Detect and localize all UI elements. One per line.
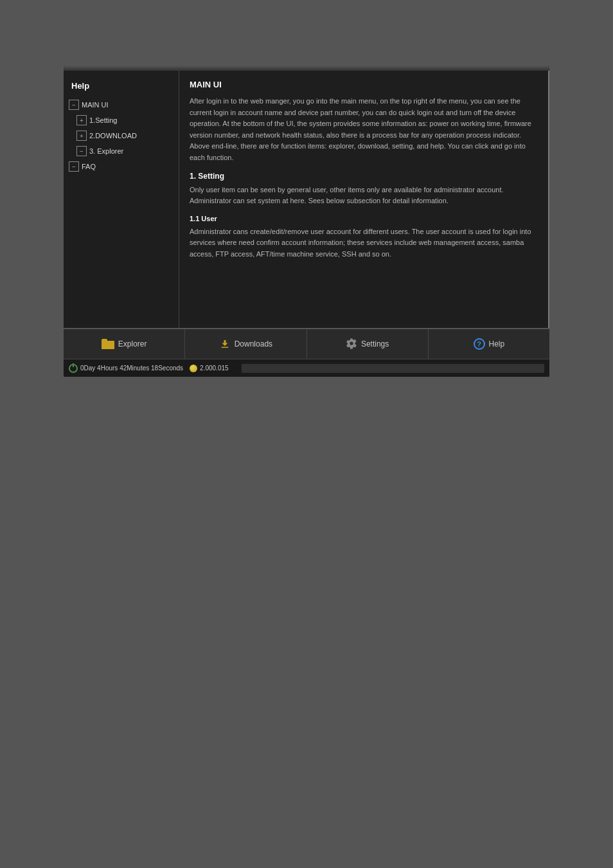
- top-bar: [64, 66, 549, 71]
- power-icon: [69, 364, 78, 373]
- sidebar-item-label: MAIN UI: [82, 101, 109, 109]
- nav-downloads[interactable]: Downloads: [185, 329, 306, 359]
- sidebar-item-setting[interactable]: + 1.Setting: [64, 113, 179, 128]
- tree-minus-icon: −: [69, 100, 79, 110]
- version-item: 2.000.015: [190, 365, 229, 372]
- content-area: MAIN UI After login in to the web manger…: [179, 71, 549, 328]
- status-bar: 0Day 4Hours 42Minutes 18Seconds 2.000.01…: [64, 359, 549, 377]
- subsection1-heading: 1.1 User: [190, 215, 538, 222]
- content-main-title: MAIN UI: [190, 80, 538, 89]
- downloads-label: Downloads: [235, 339, 272, 348]
- uptime-text: 0Day 4Hours 42Minutes 18Seconds: [80, 365, 183, 372]
- sidebar-item-label: 3. Explorer: [89, 147, 123, 155]
- tree-minus-icon: −: [69, 161, 79, 172]
- uptime-item: 0Day 4Hours 42Minutes 18Seconds: [69, 364, 183, 373]
- nav-settings[interactable]: Settings: [307, 329, 429, 359]
- main-area: Help − MAIN UI + 1.Setting + 2.DOWNLOAD …: [64, 71, 549, 328]
- sidebar-item-explorer[interactable]: − 3. Explorer: [64, 143, 179, 159]
- tree-plus-icon: +: [76, 131, 87, 141]
- version-text: 2.000.015: [200, 365, 229, 372]
- sidebar-item-label: 2.DOWNLOAD: [89, 132, 137, 140]
- sidebar: Help − MAIN UI + 1.Setting + 2.DOWNLOAD …: [64, 71, 179, 328]
- bottom-nav: Explorer Downloads Settings ? Help: [64, 328, 549, 359]
- subsection1-text: Administrator cans create/edit/remove us…: [190, 226, 538, 260]
- app-window: Help − MAIN UI + 1.Setting + 2.DOWNLOAD …: [62, 64, 551, 378]
- explorer-label: Explorer: [118, 339, 147, 348]
- section1-text: Only user item can be seen by general us…: [190, 185, 538, 207]
- progress-bar: [242, 364, 544, 373]
- nav-explorer[interactable]: Explorer: [64, 329, 185, 359]
- nav-help[interactable]: ? Help: [429, 329, 549, 359]
- tree-plus-icon: +: [76, 115, 87, 125]
- sidebar-item-main-ui[interactable]: − MAIN UI: [64, 97, 179, 113]
- content-intro: After login in to the web manger, you go…: [190, 96, 538, 164]
- tree-minus-icon: −: [76, 146, 87, 156]
- sidebar-item-faq[interactable]: − FAQ: [64, 159, 179, 174]
- sidebar-item-label: 1.Setting: [89, 116, 117, 124]
- sidebar-title: Help: [64, 77, 179, 97]
- help-label: Help: [489, 339, 505, 348]
- gear-icon: [346, 338, 357, 351]
- settings-label: Settings: [361, 339, 389, 348]
- section1-heading: 1. Setting: [190, 172, 538, 181]
- sidebar-item-download[interactable]: + 2.DOWNLOAD: [64, 128, 179, 143]
- folder-icon: [102, 339, 114, 349]
- help-icon: ?: [474, 338, 485, 350]
- sidebar-item-label: FAQ: [82, 163, 96, 170]
- download-icon: [219, 338, 231, 350]
- version-dot-icon: [190, 365, 197, 372]
